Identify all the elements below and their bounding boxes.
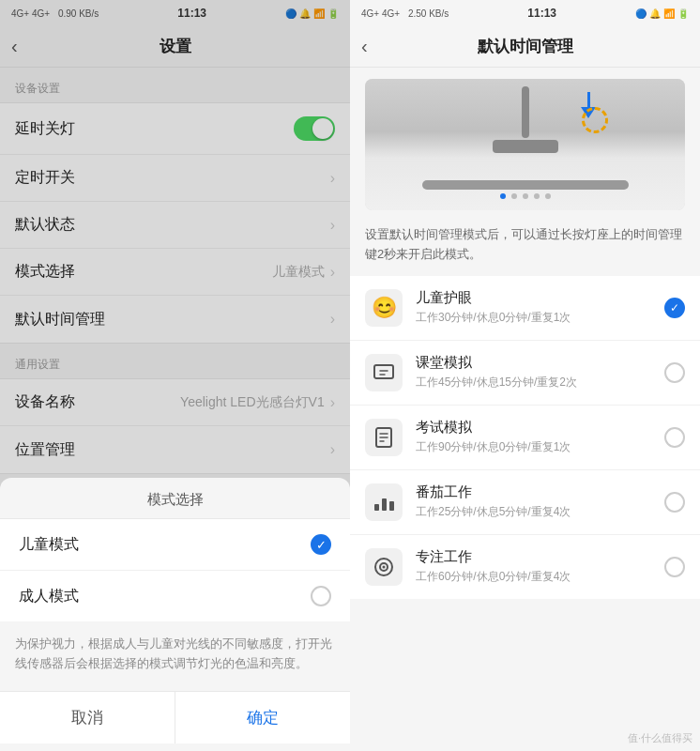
exam-text: 考试模拟 工作90分钟/休息0分钟/重复1次	[416, 419, 651, 455]
eye-care-name: 儿童护眼	[416, 289, 651, 307]
exam-check	[664, 427, 685, 448]
mode-item-focus[interactable]: 专注工作 工作60分钟/休息0分钟/重复4次	[350, 535, 700, 599]
classroom-desc: 工作45分钟/休息15分钟/重复2次	[416, 375, 651, 391]
eye-care-desc: 工作30分钟/休息0分钟/重复1次	[416, 310, 651, 326]
mode-item-classroom[interactable]: 课堂模拟 工作45分钟/休息15分钟/重复2次	[350, 341, 700, 406]
focus-text: 专注工作 工作60分钟/休息0分钟/重复4次	[416, 548, 651, 585]
mode-select-sheet: 模式选择 儿童模式 ✓ 成人模式 为保护视力，根据成人与儿童对光线的不同敏感度，…	[0, 478, 350, 751]
mode-item-exam[interactable]: 考试模拟 工作90分钟/休息0分钟/重复1次	[350, 406, 700, 470]
focus-icon	[365, 548, 403, 586]
lamp-image-section	[365, 79, 685, 210]
svg-rect-6	[382, 498, 387, 511]
dot-4	[534, 193, 540, 199]
eye-care-text: 儿童护眼 工作30分钟/休息0分钟/重复1次	[416, 289, 651, 326]
exam-icon	[365, 419, 403, 456]
time-mode-list: 😊 儿童护眼 工作30分钟/休息0分钟/重复1次 ✓ 课堂模拟 工作45分钟/休…	[350, 276, 700, 599]
dot-5	[545, 193, 551, 199]
sheet-option-adult-check	[311, 586, 331, 606]
mode-item-tomato[interactable]: 番茄工作 工作25分钟/休息5分钟/重复4次	[350, 470, 700, 535]
right-content: 设置默认时间管理模式后，可以通过长按灯座上的时间管理键2秒来开启此模式。 😊 儿…	[350, 68, 700, 751]
confirm-button[interactable]: 确定	[175, 692, 350, 743]
classroom-icon	[365, 354, 403, 391]
right-page-title: 默认时间管理	[478, 36, 573, 57]
eye-care-icon: 😊	[365, 289, 403, 327]
sheet-title: 模式选择	[0, 478, 350, 519]
tomato-desc: 工作25分钟/休息5分钟/重复4次	[416, 504, 651, 520]
svg-point-10	[383, 565, 386, 568]
tomato-name: 番茄工作	[416, 483, 651, 501]
focus-check	[664, 557, 685, 577]
tomato-text: 番茄工作 工作25分钟/休息5分钟/重复4次	[416, 483, 651, 520]
right-header: ‹ 默认时间管理	[350, 26, 700, 68]
right-panel: 4G+ 4G+ 2.50 KB/s 11:13 🔵 🔔 📶 🔋 ‹ 默认时间管理	[350, 0, 700, 751]
dot-1	[500, 193, 506, 199]
mode-item-eye-care[interactable]: 😊 儿童护眼 工作30分钟/休息0分钟/重复1次 ✓	[350, 276, 700, 341]
left-panel: 4G+ 4G+ 0.90 KB/s 11:13 🔵 🔔 📶 🔋 ‹ 设置 设备设…	[0, 0, 350, 751]
focus-name: 专注工作	[416, 548, 651, 566]
carousel-dots	[500, 193, 551, 199]
exam-name: 考试模拟	[416, 419, 651, 437]
dot-2	[511, 193, 517, 199]
right-back-button[interactable]: ‹	[361, 36, 368, 57]
sheet-description: 为保护视力，根据成人与儿童对光线的不同敏感度，打开光线传感器后会根据选择的模式调…	[0, 621, 350, 687]
sheet-option-children[interactable]: 儿童模式 ✓	[0, 519, 350, 571]
eye-care-check: ✓	[664, 298, 685, 318]
classroom-name: 课堂模拟	[416, 354, 651, 372]
right-description: 设置默认时间管理模式后，可以通过长按灯座上的时间管理键2秒来开启此模式。	[350, 222, 700, 276]
right-status-time: 11:13	[527, 7, 556, 20]
svg-rect-0	[374, 365, 393, 378]
watermark: 值·什么值得买	[628, 731, 692, 745]
right-status-icons: 🔵 🔔 📶 🔋	[635, 8, 689, 19]
sheet-option-adult-label: 成人模式	[19, 587, 79, 606]
lamp-visual	[365, 79, 685, 210]
focus-desc: 工作60分钟/休息0分钟/重复4次	[416, 569, 651, 585]
cancel-button[interactable]: 取消	[0, 692, 175, 743]
right-status-bar: 4G+ 4G+ 2.50 KB/s 11:13 🔵 🔔 📶 🔋	[350, 0, 700, 26]
tomato-check	[664, 492, 685, 513]
classroom-check	[664, 362, 685, 383]
sheet-action-buttons: 取消 确定	[0, 691, 350, 743]
svg-rect-7	[389, 501, 394, 511]
classroom-text: 课堂模拟 工作45分钟/休息15分钟/重复2次	[416, 354, 651, 391]
right-status-signal: 4G+ 4G+ 2.50 KB/s	[361, 8, 449, 19]
sheet-option-children-label: 儿童模式	[19, 535, 79, 555]
exam-desc: 工作90分钟/休息0分钟/重复1次	[416, 439, 651, 455]
sheet-option-adult[interactable]: 成人模式	[0, 571, 350, 621]
sheet-option-children-check: ✓	[311, 534, 331, 555]
tomato-icon	[365, 483, 403, 521]
sheet-options: 儿童模式 ✓ 成人模式	[0, 519, 350, 621]
svg-rect-5	[374, 504, 379, 511]
dot-3	[523, 193, 528, 199]
